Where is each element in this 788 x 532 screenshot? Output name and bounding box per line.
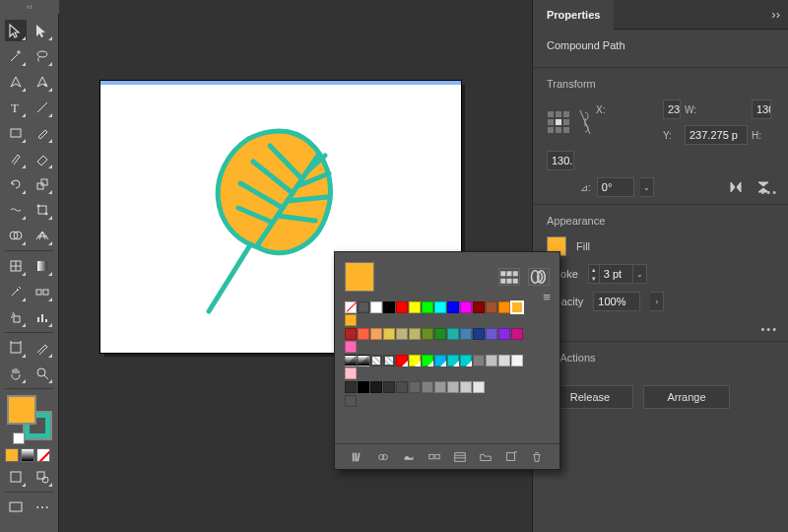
symbol-sprayer-tool[interactable] bbox=[5, 306, 27, 328]
swatch-cell[interactable] bbox=[383, 355, 395, 366]
pen-tool[interactable] bbox=[5, 71, 27, 93]
gradient-tool[interactable] bbox=[33, 255, 54, 277]
swatch-cell[interactable] bbox=[345, 395, 357, 407]
swatch-cell[interactable] bbox=[460, 355, 472, 366]
blend-tool[interactable] bbox=[33, 281, 54, 302]
swatch-details-icon[interactable] bbox=[452, 449, 468, 465]
fill-swatch[interactable] bbox=[7, 395, 36, 425]
mesh-tool[interactable] bbox=[5, 255, 27, 277]
curvature-tool[interactable] bbox=[33, 71, 54, 93]
swatch-cell[interactable] bbox=[409, 381, 421, 393]
swatch-cell[interactable] bbox=[409, 328, 421, 340]
reference-point-selector[interactable] bbox=[547, 110, 570, 134]
swatch-cell[interactable] bbox=[358, 381, 369, 393]
swatch-cell[interactable] bbox=[422, 328, 433, 340]
swatch-list-view-icon[interactable] bbox=[498, 268, 520, 286]
swatch-cell[interactable] bbox=[396, 381, 408, 393]
rectangle-tool[interactable] bbox=[5, 122, 27, 144]
expand-panel-icon[interactable]: ›› bbox=[771, 7, 780, 22]
gradient-mode[interactable] bbox=[21, 448, 34, 462]
swatch-cell[interactable] bbox=[370, 328, 382, 340]
swatch-cell[interactable] bbox=[434, 355, 446, 366]
shape-builder-tool[interactable] bbox=[5, 225, 27, 246]
swatch-cell[interactable] bbox=[498, 355, 510, 366]
edit-toolbar[interactable]: ⋯ bbox=[33, 497, 54, 518]
swatch-cell[interactable] bbox=[345, 381, 357, 393]
opacity-dropdown[interactable]: › bbox=[650, 292, 664, 311]
swatch-cell[interactable] bbox=[422, 381, 433, 393]
swatch-cell[interactable] bbox=[396, 328, 408, 340]
link-wh-icon[interactable] bbox=[578, 108, 592, 136]
swatch-current-fill[interactable] bbox=[345, 262, 374, 292]
swatch-cell[interactable] bbox=[396, 355, 408, 366]
width-tool[interactable] bbox=[5, 199, 27, 221]
properties-tab[interactable]: Properties bbox=[533, 0, 614, 30]
new-swatch-icon[interactable] bbox=[503, 449, 519, 465]
swatch-cell[interactable] bbox=[473, 355, 485, 366]
swatch-cell[interactable] bbox=[383, 328, 395, 340]
delete-swatch-icon[interactable] bbox=[529, 449, 545, 465]
swatch-cell[interactable] bbox=[447, 328, 459, 340]
shaper-tool[interactable] bbox=[5, 148, 27, 169]
swatch-cell[interactable] bbox=[447, 381, 459, 393]
type-tool[interactable]: T bbox=[5, 97, 27, 118]
swatch-cell[interactable] bbox=[511, 328, 523, 340]
new-folder-icon[interactable] bbox=[478, 449, 493, 465]
swatch-cell[interactable] bbox=[345, 341, 357, 353]
swatch-library-menu-icon[interactable] bbox=[350, 449, 365, 465]
swatch-cell[interactable] bbox=[370, 381, 382, 393]
fill-stroke-swatch[interactable] bbox=[7, 395, 52, 440]
paintbrush-tool[interactable] bbox=[33, 122, 54, 144]
w-input[interactable]: 130.541 p bbox=[752, 100, 771, 119]
swatch-cell[interactable] bbox=[345, 328, 357, 340]
x-input[interactable]: 235.725 p bbox=[663, 100, 681, 119]
magic-wand-tool[interactable] bbox=[5, 45, 27, 67]
swatch-cell[interactable] bbox=[345, 314, 357, 326]
swatch-cell[interactable] bbox=[358, 328, 369, 340]
swatch-cell[interactable] bbox=[434, 328, 446, 340]
swatch-cell[interactable] bbox=[345, 355, 357, 366]
swatch-cell[interactable] bbox=[486, 301, 497, 313]
swatch-cell[interactable] bbox=[409, 355, 421, 366]
swatch-cell[interactable] bbox=[383, 301, 395, 313]
swatch-cell[interactable] bbox=[422, 355, 433, 366]
swatch-cell[interactable] bbox=[473, 301, 485, 313]
hand-tool[interactable] bbox=[5, 363, 27, 384]
swatch-cell[interactable] bbox=[345, 301, 357, 313]
swatch-cell[interactable] bbox=[447, 355, 459, 366]
rotate-tool[interactable] bbox=[5, 173, 27, 195]
swatch-kind-menu-icon[interactable] bbox=[375, 449, 391, 465]
slice-tool[interactable] bbox=[33, 337, 54, 359]
eraser-tool[interactable] bbox=[33, 148, 54, 169]
swatch-cell[interactable] bbox=[358, 355, 369, 366]
swatch-cell[interactable] bbox=[460, 301, 472, 313]
swatch-cell[interactable] bbox=[370, 301, 382, 313]
scale-tool[interactable] bbox=[33, 173, 54, 195]
perspective-grid-tool[interactable] bbox=[33, 225, 54, 246]
free-transform-tool[interactable] bbox=[33, 199, 54, 221]
direct-selection-tool[interactable] bbox=[33, 20, 54, 41]
transform-more-options[interactable]: ••• bbox=[760, 186, 778, 198]
swatch-cell[interactable] bbox=[498, 301, 510, 313]
swatch-cell[interactable] bbox=[370, 355, 382, 366]
angle-dropdown[interactable]: ⌄ bbox=[640, 177, 654, 197]
eyedropper-tool[interactable] bbox=[5, 281, 27, 302]
swatch-cell[interactable] bbox=[396, 301, 408, 313]
column-graph-tool[interactable] bbox=[33, 306, 54, 328]
swatch-cell[interactable] bbox=[511, 355, 523, 366]
panel-collapse-handle[interactable]: ‹‹ bbox=[0, 0, 59, 14]
swatch-cell[interactable] bbox=[460, 328, 472, 340]
zoom-tool[interactable] bbox=[33, 363, 54, 384]
draw-behind[interactable] bbox=[33, 466, 54, 488]
swatch-cell[interactable] bbox=[498, 328, 510, 340]
swatch-cell[interactable] bbox=[358, 301, 369, 313]
default-fill-stroke[interactable] bbox=[13, 432, 25, 444]
angle-input[interactable]: 0° bbox=[597, 177, 634, 197]
draw-normal[interactable] bbox=[5, 466, 27, 488]
swatch-cell[interactable] bbox=[460, 381, 472, 393]
swatch-cell[interactable] bbox=[486, 355, 497, 366]
y-input[interactable]: 237.275 p bbox=[685, 125, 748, 145]
line-tool[interactable] bbox=[33, 97, 54, 118]
swatch-options-icon[interactable] bbox=[401, 449, 417, 465]
swatch-cell[interactable] bbox=[447, 301, 459, 313]
